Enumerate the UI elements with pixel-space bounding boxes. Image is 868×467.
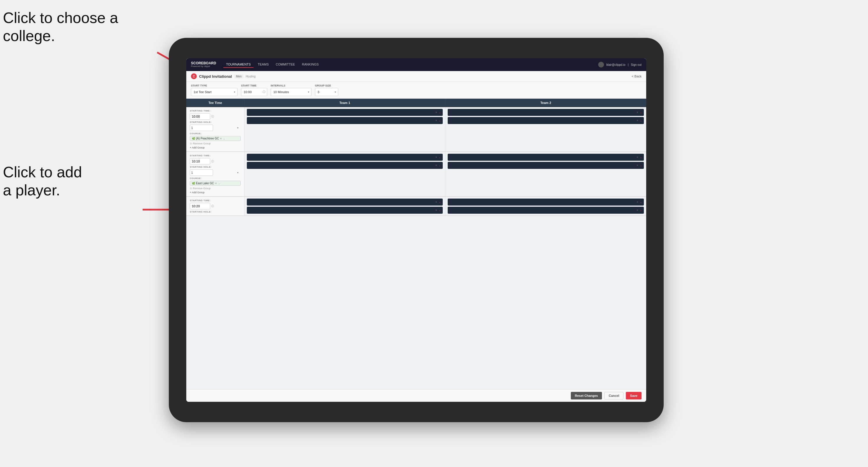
player-slot-btn-add-4-2[interactable]: ⌄ — [640, 164, 642, 167]
main-content[interactable]: STARTING TIME: ⓘ STARTING HOLE: 1 COURSE… — [186, 107, 646, 389]
settings-form: Start Type 1st Tee Start Start Time ⓘ In… — [186, 82, 646, 99]
time-info-icon-1: ⓘ — [211, 115, 214, 119]
annotation-add-player: Click to add a player. — [3, 163, 82, 199]
time-info-icon-2: ⓘ — [211, 160, 214, 163]
group-row-1: STARTING TIME: ⓘ STARTING HOLE: 1 COURSE… — [186, 107, 646, 152]
starting-time-input-2[interactable] — [190, 158, 210, 164]
group-size-select[interactable]: 3 — [315, 88, 338, 96]
sub-header: C Clippd Invitational Men Hosting < Back — [186, 71, 646, 82]
player-slot-3-2[interactable]: ✕ ⌄ — [247, 162, 443, 169]
group-left-3: STARTING TIME: ⓘ STARTING HOLE: — [186, 197, 245, 215]
course-tag-1: 🌿 (A) Peachtree GC ✕ ⌄ — [190, 136, 241, 141]
player-slot-2-2[interactable]: ✕ ⌄ — [448, 117, 644, 124]
intervals-select[interactable]: 10 Minutes — [271, 88, 311, 96]
player-slot-btn-add-3-2[interactable]: ⌄ — [439, 164, 441, 167]
player-slot-btn-add-5-2[interactable]: ⌄ — [439, 209, 441, 212]
starting-hole-label-3: STARTING HOLE: — [190, 211, 241, 213]
player-slot-btn-x-4-1[interactable]: ✕ — [636, 156, 639, 159]
user-email: blair@clippd.io — [606, 63, 625, 66]
gender-badge: Men — [234, 74, 243, 78]
starting-time-input-3[interactable] — [190, 203, 210, 209]
player-slot-btn-x-6-1[interactable]: ✕ — [636, 200, 639, 204]
time-info-icon-3: ⓘ — [211, 205, 214, 208]
starting-time-label-3: STARTING TIME: — [190, 199, 241, 202]
start-time-label: Start Time — [241, 84, 267, 87]
player-slot-btn-x-2-2[interactable]: ✕ — [636, 119, 639, 122]
player-slot-6-1[interactable]: ✕ ⌄ — [448, 198, 644, 206]
nav-teams[interactable]: TEAMS — [255, 61, 272, 68]
info-icon: ⓘ — [262, 90, 266, 94]
player-slot-6-2[interactable]: ✕ ⌄ — [448, 207, 644, 214]
player-slot-btn-add-3-1[interactable]: ⌄ — [439, 156, 441, 159]
starting-hole-label-1: STARTING HOLE: — [190, 121, 241, 123]
player-slot-btn-x-1-2[interactable]: ✕ — [435, 119, 437, 122]
nav-committee[interactable]: COMMITTEE — [273, 61, 298, 68]
player-slot-5-1[interactable]: ✕ ⌄ — [247, 198, 443, 206]
player-slot-btn-x-6-2[interactable]: ✕ — [636, 209, 639, 212]
player-slot-btn-add-1-2[interactable]: ⌄ — [439, 119, 441, 122]
course-name-2: East Lake GC — [196, 182, 214, 185]
player-slot-3-1[interactable]: ✕ ⌄ — [247, 154, 443, 161]
tournament-title: Clippd Invitational — [199, 74, 232, 79]
course-chevron-1[interactable]: ⌄ — [223, 137, 225, 140]
tablet-device: SCOREBOARD Powered by clippd TOURNAMENTS… — [169, 38, 664, 422]
intervals-label: Intervals — [271, 84, 311, 87]
remove-group-1[interactable]: ⊙ Remove Group — [190, 142, 241, 145]
nav-tournaments[interactable]: TOURNAMENTS — [223, 61, 254, 68]
nav-rankings[interactable]: RANKINGS — [299, 61, 321, 68]
intervals-group: Intervals 10 Minutes — [271, 84, 311, 96]
add-group-1[interactable]: + Add Group — [190, 146, 241, 149]
remove-group-2[interactable]: ⊙ Remove Group — [190, 187, 241, 190]
player-slot-btn-add-2-1[interactable]: ⌄ — [640, 111, 642, 114]
col-team1: Team 1 — [245, 99, 445, 107]
course-label-2: COURSE: — [190, 177, 241, 180]
starting-time-label-1: STARTING TIME: — [190, 110, 241, 112]
starting-hole-select-2[interactable]: 1 — [190, 169, 213, 176]
player-slot-btn-add-6-2[interactable]: ⌄ — [640, 209, 642, 212]
player-slot-1-1[interactable]: ✕ ⌄ — [247, 109, 443, 116]
group-left-2: STARTING TIME: ⓘ STARTING HOLE: 1 COURSE… — [186, 152, 245, 196]
player-slot-5-2[interactable]: ✕ ⌄ — [247, 207, 443, 214]
player-slot-btn-x-5-1[interactable]: ✕ — [435, 200, 437, 204]
player-slot-btn-add-1-1[interactable]: ⌄ — [439, 111, 441, 114]
reset-button[interactable]: Reset Changes — [571, 392, 602, 400]
group-size-label: Group Size — [315, 84, 338, 87]
starting-time-input-1[interactable] — [190, 113, 210, 120]
player-slot-btn-add-6-1[interactable]: ⌄ — [640, 200, 642, 204]
player-slot-btn-add-5-1[interactable]: ⌄ — [439, 200, 441, 204]
starting-hole-select-1[interactable]: 1 — [190, 125, 213, 131]
player-slot-btn-x-4-2[interactable]: ✕ — [636, 164, 639, 167]
course-remove-1[interactable]: ✕ — [220, 137, 222, 140]
player-slot-4-2[interactable]: ✕ ⌄ — [448, 162, 644, 169]
course-chevron-2[interactable]: ⌄ — [218, 182, 220, 185]
player-slot-btn-add-4-1[interactable]: ⌄ — [640, 156, 642, 159]
course-remove-2[interactable]: ✕ — [215, 182, 217, 185]
navbar: SCOREBOARD Powered by clippd TOURNAMENTS… — [186, 58, 646, 71]
brand-logo: SCOREBOARD Powered by clippd — [191, 61, 216, 68]
add-group-2[interactable]: + Add Group — [190, 191, 241, 194]
course-name-1: (A) Peachtree GC — [196, 137, 219, 140]
player-slot-btn-x-1-1[interactable]: ✕ — [435, 111, 437, 114]
player-slot-btn-x-5-2[interactable]: ✕ — [435, 209, 437, 212]
player-slot-1-2[interactable]: ✕ ⌄ — [247, 117, 443, 124]
player-slot-btn-x-2-1[interactable]: ✕ — [636, 111, 639, 114]
team1-group-2: ✕ ⌄ ✕ ⌄ — [245, 152, 445, 196]
table-header: Tee Time Team 1 Team 2 — [186, 99, 646, 107]
save-button[interactable]: Save — [626, 392, 642, 400]
player-slot-btn-add-2-2[interactable]: ⌄ — [640, 119, 642, 122]
sign-out-link[interactable]: Sign out — [631, 63, 642, 66]
avatar — [598, 62, 604, 67]
player-slot-2-1[interactable]: ✕ ⌄ — [448, 109, 644, 116]
starting-time-label-2: STARTING TIME: — [190, 154, 241, 157]
start-type-select[interactable]: 1st Tee Start — [191, 88, 238, 96]
cancel-button[interactable]: Cancel — [604, 392, 623, 400]
player-slot-btn-x-3-2[interactable]: ✕ — [435, 164, 437, 167]
group-row-2: STARTING TIME: ⓘ STARTING HOLE: 1 COURSE… — [186, 152, 646, 197]
player-slot-btn-x-3-1[interactable]: ✕ — [435, 156, 437, 159]
player-slot-4-1[interactable]: ✕ ⌄ — [448, 154, 644, 161]
course-label-1: COURSE: — [190, 132, 241, 135]
starting-hole-label-2: STARTING HOLE: — [190, 166, 241, 168]
col-tee-time: Tee Time — [186, 99, 245, 107]
back-button[interactable]: < Back — [632, 74, 642, 78]
team2-group-3: ✕ ⌄ ✕ ⌄ — [445, 197, 646, 215]
